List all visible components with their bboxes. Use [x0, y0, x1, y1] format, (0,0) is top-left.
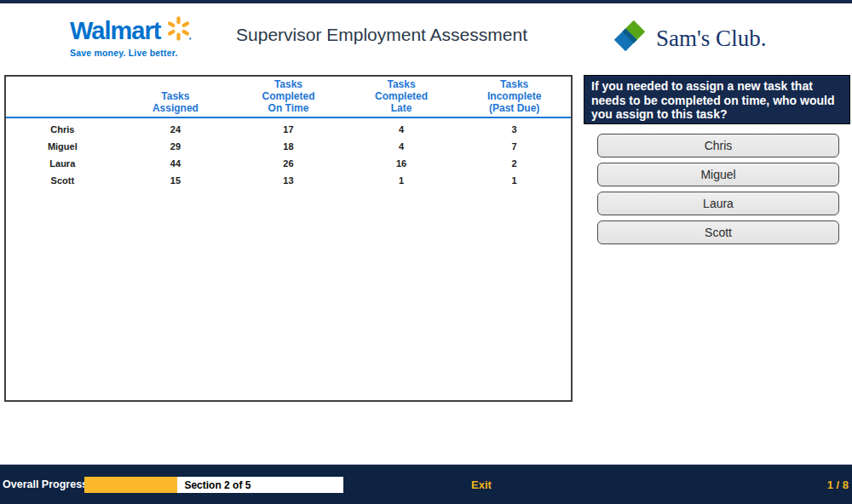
row-value: 44 [119, 158, 233, 169]
progress-fill [84, 477, 177, 493]
answer-button-chris[interactable]: Chris [597, 134, 839, 158]
row-value: 1 [345, 175, 458, 186]
row-value: 4 [345, 141, 458, 152]
row-value: 4 [345, 124, 458, 135]
row-value: 29 [119, 141, 233, 152]
top-border-strip [0, 0, 852, 3]
column-header-completed-on-time: Tasks Completed On Time [232, 78, 345, 114]
walmart-logo: Walmart Save money. Live better. [70, 16, 193, 58]
answer-button-laura[interactable]: Laura [597, 192, 839, 215]
exit-button[interactable]: Exit [471, 477, 492, 493]
row-name: Miguel [6, 141, 119, 152]
row-value: 18 [232, 141, 345, 152]
column-header-tasks-assigned: Tasks Assigned [119, 90, 233, 114]
table-row: Chris241743 [6, 121, 571, 138]
row-name: Scott [6, 175, 119, 186]
row-value: 16 [345, 158, 458, 169]
row-value: 1 [458, 175, 571, 186]
row-value: 13 [232, 175, 345, 186]
column-header-completed-late: Tasks Completed Late [345, 78, 458, 114]
progress-bar: Section 2 of 5 [84, 477, 343, 493]
table-row: Laura4426162 [6, 155, 571, 172]
table-body: Chris241743Miguel291847Laura4426162Scott… [6, 118, 571, 189]
task-data-table: Tasks Assigned Tasks Completed On Time T… [4, 75, 573, 402]
row-value: 26 [232, 158, 345, 169]
answer-button-miguel[interactable]: Miguel [597, 163, 839, 186]
row-value: 2 [458, 158, 571, 169]
row-value: 17 [232, 124, 345, 135]
progress-section-label: Section 2 of 5 [184, 479, 250, 491]
table-row: Scott151311 [6, 172, 571, 189]
walmart-tagline: Save money. Live better. [70, 48, 193, 58]
sams-club-logo: Sam's Club. [610, 17, 766, 60]
overall-progress-label: Overall Progress: [3, 477, 91, 493]
answer-buttons: ChrisMiguelLauraScott [597, 134, 839, 249]
row-name: Chris [6, 124, 119, 135]
walmart-spark-icon [164, 14, 193, 46]
row-value: 15 [119, 175, 233, 186]
table-header-row: Tasks Assigned Tasks Completed On Time T… [6, 77, 571, 117]
sams-club-wordmark: Sam's Club. [656, 26, 766, 52]
walmart-wordmark: Walmart [70, 19, 160, 43]
column-header-incomplete: Tasks Incomplete (Past Due) [458, 78, 571, 114]
page-title: Supervisor Employment Assessment [236, 25, 527, 45]
answer-button-scott[interactable]: Scott [597, 220, 839, 244]
page-indicator: 1 / 8 [827, 477, 849, 493]
question-box: If you needed to assign a new task that … [584, 75, 850, 124]
footer-bar: Overall Progress: Section 2 of 5 Exit 1 … [0, 464, 852, 504]
row-value: 3 [458, 124, 571, 135]
table-row: Miguel291847 [6, 138, 571, 155]
sams-club-diamond-icon [610, 17, 649, 60]
row-value: 7 [458, 141, 571, 152]
assessment-page: Walmart Save money. Live better. Superv [0, 0, 852, 504]
row-name: Laura [6, 158, 119, 169]
row-value: 24 [119, 124, 233, 135]
